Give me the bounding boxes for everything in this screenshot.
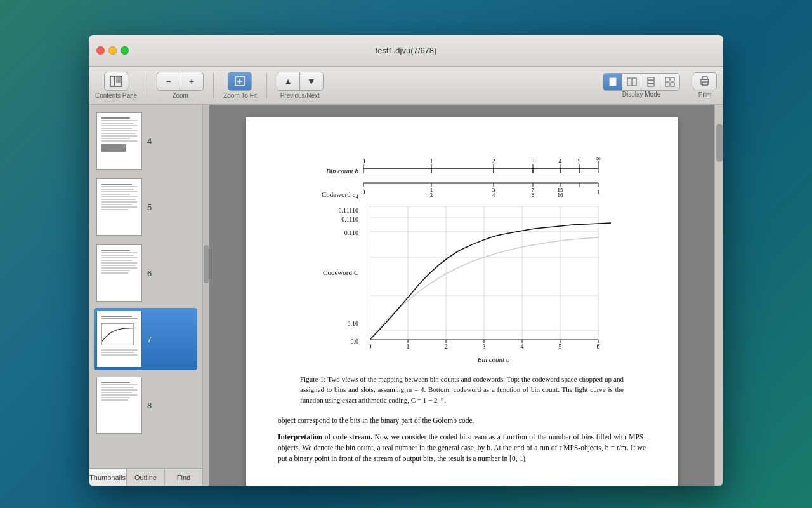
svg-text:4: 4 [559, 157, 562, 164]
tab-thumbnails[interactable]: Thumbnails [89, 469, 127, 486]
toolbar: Contents Pane − + Zoom Zoom To [89, 67, 723, 105]
svg-rect-10 [632, 78, 636, 86]
body-section: object correspond to the bits in the bin… [278, 415, 646, 464]
previous-button[interactable]: ▲ [277, 72, 300, 90]
svg-text:1: 1 [407, 343, 410, 350]
codeword-c4-row: Codeword c4 [300, 178, 624, 201]
document-scroll[interactable]: Bin count b 0 [209, 105, 714, 486]
svg-rect-41 [560, 168, 579, 173]
svg-rect-12 [648, 81, 654, 83]
svg-rect-37 [363, 168, 431, 173]
figure-caption-text: Figure 1: Two views of the mapping betwe… [300, 375, 624, 404]
thumbnail-page-5[interactable]: 5 [94, 176, 197, 238]
tab-find[interactable]: Find [165, 469, 202, 486]
document-area: Bin count b 0 [209, 105, 723, 486]
x-axis-label: Bin count b [363, 355, 624, 364]
separator-1 [147, 73, 147, 98]
svg-text:3: 3 [532, 157, 535, 164]
svg-text:2: 2 [445, 343, 448, 350]
bin-count-axis: 0 1 2 3 [363, 156, 605, 173]
titlebar: test1.djvu(7/678) [89, 35, 723, 67]
svg-text:3: 3 [483, 343, 486, 350]
figure-container: Bin count b 0 [300, 156, 624, 405]
page-number-4: 4 [147, 137, 152, 146]
svg-rect-11 [648, 77, 654, 80]
grid-mode-button[interactable] [660, 74, 679, 90]
thumbnail-image-4 [96, 112, 142, 170]
sidebar-scrollbar-thumb[interactable] [204, 245, 209, 283]
close-button[interactable] [96, 46, 105, 55]
svg-text:0: 0 [363, 189, 365, 196]
svg-rect-19 [702, 77, 707, 79]
svg-text:1: 1 [597, 189, 600, 196]
document-page: Bin count b 0 [246, 117, 678, 486]
svg-text:0: 0 [370, 343, 372, 350]
svg-text:0: 0 [363, 157, 365, 164]
continuous-mode-button[interactable] [641, 74, 660, 90]
svg-text:8: 8 [532, 192, 535, 197]
svg-text:4: 4 [492, 192, 495, 197]
sidebar: 4 [89, 105, 203, 486]
svg-rect-14 [665, 77, 669, 81]
chart-container: 0.11110 0.1110 0.110 Codeword C 0.10 0.0 [300, 206, 624, 352]
svg-rect-16 [665, 83, 669, 86]
contents-pane-label: Contents Pane [95, 92, 137, 99]
thumbnail-image-5 [96, 178, 142, 236]
svg-rect-1 [115, 76, 122, 86]
chart-svg: 0 1 2 3 4 5 [370, 206, 617, 352]
thumbnail-image-6 [96, 244, 142, 302]
print-group: Print [693, 72, 717, 98]
display-mode-btn-group [603, 73, 680, 91]
next-button[interactable]: ▼ [300, 72, 323, 90]
minimize-button[interactable] [108, 46, 117, 55]
thumbnail-page-6[interactable]: 6 [94, 242, 197, 304]
bin-count-row: Bin count b 0 [300, 156, 624, 176]
prev-next-group: ▲ ▼ Previous/Next [277, 72, 324, 99]
codeword-c4-axis: 0 1 2 3 4 7 8 15 16 1 [363, 178, 605, 197]
thumbnail-page-7[interactable]: 7 [94, 308, 197, 370]
prev-next-btn-group: ▲ ▼ [277, 72, 324, 91]
separator-3 [266, 73, 267, 98]
display-mode-label: Display Mode [622, 91, 661, 98]
page-number-8: 8 [147, 401, 152, 410]
zoom-btn-group: − + [157, 72, 204, 91]
bin-count-label: Bin count b [300, 166, 363, 176]
page-number-5: 5 [147, 203, 152, 212]
svg-rect-13 [648, 84, 654, 86]
main-window: test1.djvu(7/678) Contents Pane [89, 35, 723, 486]
svg-text:1: 1 [430, 157, 433, 164]
thumbnail-image-7 [96, 311, 142, 368]
print-button[interactable] [693, 72, 717, 90]
zoom-to-fit-label: Zoom To Fit [223, 92, 257, 99]
svg-text:5: 5 [578, 157, 581, 164]
maximize-button[interactable] [121, 46, 129, 55]
svg-point-21 [707, 81, 709, 82]
body-text-2: Interpretation of code stream. Now we co… [278, 432, 646, 465]
contents-pane-btn-group [104, 72, 128, 91]
thumbnails-area[interactable]: 4 [89, 105, 202, 468]
thumbnail-page-4[interactable]: 4 [94, 110, 197, 172]
svg-text:5: 5 [559, 343, 562, 350]
print-label: Print [698, 91, 712, 98]
previous-next-label: Previous/Next [280, 92, 320, 99]
thumbnail-page-8[interactable]: 8 [94, 374, 197, 436]
contents-pane-button[interactable] [105, 72, 128, 90]
zoom-out-button[interactable]: − [157, 72, 180, 90]
thumbnail-image-8 [96, 377, 142, 434]
tab-outline[interactable]: Outline [127, 469, 165, 486]
facing-pages-mode-button[interactable] [622, 74, 641, 90]
svg-text:2: 2 [492, 157, 495, 164]
zoom-to-fit-group: Zoom To Fit [223, 72, 257, 99]
separator-2 [213, 73, 214, 98]
figure-caption: Figure 1: Two views of the mapping betwe… [300, 374, 624, 406]
zoom-to-fit-button[interactable] [228, 72, 251, 90]
document-scrollbar[interactable] [714, 105, 723, 486]
document-scrollbar-thumb[interactable] [716, 124, 723, 162]
sidebar-tabs: Thumbnails Outline Find [89, 468, 202, 486]
page-number-6: 6 [147, 269, 152, 278]
single-page-mode-button[interactable] [603, 74, 622, 90]
sidebar-scrollbar[interactable] [203, 105, 209, 486]
svg-rect-42 [579, 168, 598, 173]
zoom-in-button[interactable]: + [180, 72, 203, 90]
svg-text:6: 6 [597, 343, 600, 350]
